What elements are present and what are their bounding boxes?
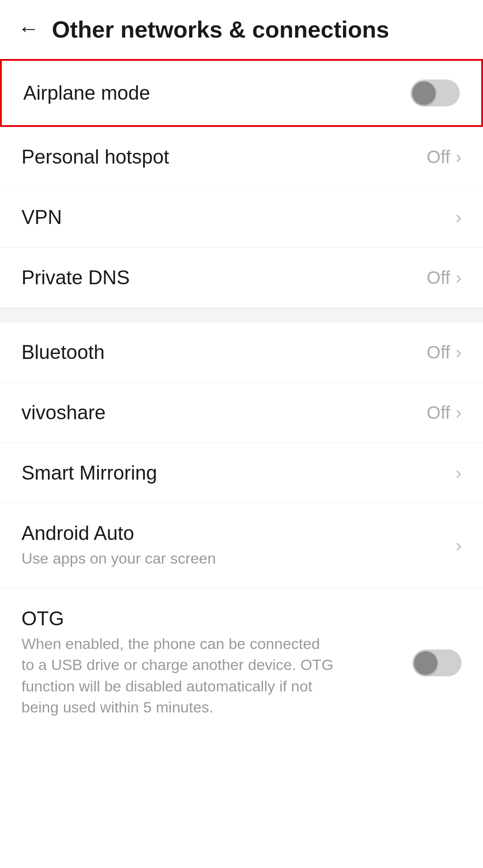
smart-mirroring-item[interactable]: Smart Mirroring › xyxy=(0,443,483,503)
otg-content: OTG When enabled, the phone can be conne… xyxy=(21,607,335,718)
vivoshare-item[interactable]: vivoshare Off › xyxy=(0,383,483,443)
airplane-mode-toggle[interactable] xyxy=(411,80,460,106)
airplane-mode-item[interactable]: Airplane mode xyxy=(0,59,483,127)
android-auto-chevron: › xyxy=(456,535,462,556)
airplane-mode-label: Airplane mode xyxy=(23,82,150,104)
otg-right xyxy=(412,649,462,676)
bluetooth-item[interactable]: Bluetooth Off › xyxy=(0,322,483,383)
private-dns-label: Private DNS xyxy=(21,266,130,289)
airplane-mode-toggle-knob xyxy=(412,81,436,105)
back-button[interactable]: ← xyxy=(18,18,39,39)
smart-mirroring-label: Smart Mirroring xyxy=(21,462,157,484)
personal-hotspot-chevron: › xyxy=(456,147,462,167)
section-group-2: Bluetooth Off › vivoshare Off › Smart Mi… xyxy=(0,322,483,737)
vivoshare-chevron: › xyxy=(456,403,462,423)
otg-toggle-knob xyxy=(414,651,437,674)
vpn-item[interactable]: VPN › xyxy=(0,187,483,248)
header: ← Other networks & connections xyxy=(0,0,483,59)
bluetooth-chevron: › xyxy=(456,342,462,362)
vivoshare-status: Off xyxy=(427,403,450,423)
bluetooth-right: Off › xyxy=(427,342,462,362)
otg-sublabel: When enabled, the phone can be connected… xyxy=(21,633,335,718)
page-title: Other networks & connections xyxy=(52,16,389,43)
private-dns-status: Off xyxy=(427,268,450,288)
personal-hotspot-right: Off › xyxy=(427,147,462,167)
smart-mirroring-right: › xyxy=(456,463,462,483)
android-auto-label: Android Auto xyxy=(21,522,216,544)
bluetooth-status: Off xyxy=(427,342,450,362)
vivoshare-right: Off › xyxy=(427,403,462,423)
personal-hotspot-label: Personal hotspot xyxy=(21,146,169,168)
vpn-right: › xyxy=(456,207,462,228)
android-auto-item[interactable]: Android Auto Use apps on your car screen… xyxy=(0,503,483,589)
airplane-mode-right xyxy=(411,80,460,106)
android-auto-sublabel: Use apps on your car screen xyxy=(21,548,216,569)
otg-label: OTG xyxy=(21,607,335,630)
section-divider xyxy=(0,308,483,322)
android-auto-content: Android Auto Use apps on your car screen xyxy=(21,522,216,569)
vpn-chevron: › xyxy=(456,207,462,228)
vivoshare-label: vivoshare xyxy=(21,401,106,424)
private-dns-item[interactable]: Private DNS Off › xyxy=(0,248,483,308)
section-group-1: Airplane mode Personal hotspot Off › VPN… xyxy=(0,59,483,308)
smart-mirroring-chevron: › xyxy=(456,463,462,483)
vpn-label: VPN xyxy=(21,206,62,228)
otg-toggle[interactable] xyxy=(412,649,462,676)
private-dns-chevron: › xyxy=(456,268,462,288)
android-auto-right: › xyxy=(456,535,462,556)
otg-item[interactable]: OTG When enabled, the phone can be conne… xyxy=(0,589,483,737)
personal-hotspot-status: Off xyxy=(427,147,450,167)
private-dns-right: Off › xyxy=(427,268,462,288)
personal-hotspot-item[interactable]: Personal hotspot Off › xyxy=(0,127,483,187)
bluetooth-label: Bluetooth xyxy=(21,341,105,363)
